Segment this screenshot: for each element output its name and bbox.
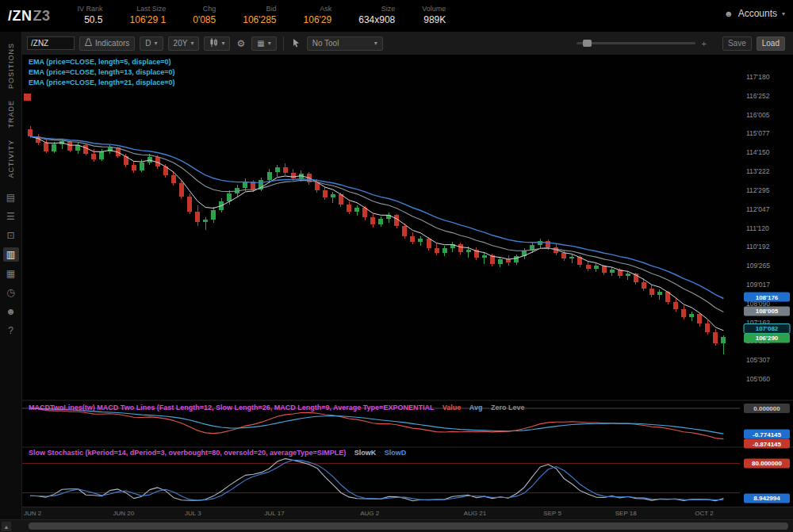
price-axis-label: 114'150: [746, 148, 770, 156]
indicators-button[interactable]: Indicators: [79, 36, 135, 51]
axis-badge: -0.774145: [744, 430, 790, 439]
stoch-d-legend: SlowD: [385, 449, 407, 457]
time-axis-label: AUG 2: [360, 510, 379, 517]
left-sidebar: POSITIONS TRADE ACTIVITY ▤ ☰ ⊡ ▥ ▦ ◷ ☻ ?: [0, 32, 22, 532]
time-axis-label: SEP 5: [543, 510, 561, 517]
range-dropdown[interactable]: 20Y ▾: [168, 36, 200, 51]
price-axis-label: 111'120: [746, 224, 769, 232]
cursor-tool-icon[interactable]: [290, 38, 302, 49]
accounts-menu[interactable]: ☻ Accounts ▾: [724, 8, 785, 19]
price-axis-label: 109'017: [746, 281, 770, 289]
scrollbar-arrow-icon[interactable]: ▲: [2, 522, 11, 531]
time-axis-label: AUG 21: [464, 510, 486, 517]
chevron-down-icon: ▾: [374, 40, 377, 47]
macd-avg-legend: Avg: [469, 404, 483, 411]
ema-13-line: [30, 136, 723, 312]
price-axis-label: 115'077: [746, 129, 770, 137]
news-icon[interactable]: ▤: [3, 190, 19, 205]
axis-badge: 106'290: [744, 333, 790, 343]
watchlist-icon[interactable]: ☰: [3, 209, 19, 224]
study-marker-square: [24, 94, 31, 101]
chart-settings-gear-icon[interactable]: ⚙: [235, 39, 247, 48]
chevron-down-icon: ▾: [782, 10, 785, 17]
layout-grid-dropdown[interactable]: ▦ ▾: [251, 36, 276, 51]
period-dropdown[interactable]: D ▾: [140, 36, 163, 51]
zoom-slider-handle[interactable]: [583, 40, 592, 47]
zoom-in-icon[interactable]: +: [702, 39, 707, 48]
stochastic-study-label: Slow Stochastic (kPeriod=14, dPeriod=3, …: [29, 449, 406, 457]
stat-last-size: Last Size 106'29 1: [130, 5, 167, 26]
stoch-k-legend: SlowK: [354, 449, 377, 457]
symbol-title: /ZNZ3: [8, 8, 51, 25]
time-axis-label: SEP 18: [615, 510, 637, 517]
price-axis-label: 116'005: [746, 111, 770, 119]
stat-iv-rank: IV Rank 50.5: [78, 5, 103, 26]
ema21-study-label: EMA (price=CLOSE, length=21, displace=0): [29, 78, 174, 86]
axis-badge: 108'005: [744, 306, 790, 316]
symbol-contract: Z3: [33, 8, 51, 24]
svg-text:0.000000: 0.000000: [753, 405, 780, 412]
stat-volume: Volume 989K: [422, 5, 446, 26]
sidebar-tab-activity[interactable]: ACTIVITY: [7, 140, 15, 178]
symbol-root: /ZN: [8, 8, 33, 24]
chevron-down-icon: ▾: [190, 40, 193, 47]
sidebar-tab-trade[interactable]: TRADE: [7, 100, 15, 128]
price-axis-label: 112'295: [746, 186, 770, 194]
axis-badge: 108'176: [744, 293, 790, 302]
sidebar-icon-rail: ▤ ☰ ⊡ ▥ ▦ ◷ ☻ ?: [3, 190, 19, 338]
grid-layout-icon: ▦: [257, 39, 264, 48]
price-axis-label: 116'252: [746, 92, 770, 100]
stoch-d-line: [30, 460, 723, 500]
ema5-study-label: EMA (price=CLOSE, length=5, displace=0): [29, 58, 170, 66]
time-axis-label: JUN 2: [24, 510, 41, 517]
svg-text:107'082: 107'082: [756, 325, 779, 332]
stat-chg: Chg 0'085: [193, 5, 216, 26]
chevron-down-icon: ▾: [268, 40, 271, 47]
price-axis-label: 117'180: [746, 73, 770, 81]
price-axis-label: 105'060: [746, 375, 770, 383]
scrollbar-handle[interactable]: [29, 522, 788, 530]
svg-text:8.942994: 8.942994: [753, 495, 780, 502]
toolbar-divider: [283, 36, 284, 51]
price-axis-label: 105'307: [746, 356, 770, 364]
zoom-slider-track[interactable]: [577, 42, 695, 44]
accounts-label: Accounts: [738, 8, 777, 19]
quote-stats: IV Rank 50.5 Last Size 106'29 1 Chg 0'08…: [78, 5, 446, 26]
svg-text:108'176: 108'176: [756, 294, 779, 301]
sidebar-tab-positions[interactable]: POSITIONS: [7, 43, 15, 89]
chart-toolbar: Indicators D ▾ 20Y ▾ ▾ ⚙ ▦ ▾ No Tool ▾: [22, 32, 793, 55]
chart-canvas[interactable]: 117'180116'252116'005115'077114'150113'2…: [22, 55, 793, 507]
macd-value-legend: Value: [442, 404, 462, 411]
chevron-down-icon: ▾: [221, 40, 224, 47]
svg-text:-0.774145: -0.774145: [753, 431, 782, 438]
axis-badge: 8.942994: [744, 493, 790, 503]
history-icon[interactable]: ◷: [3, 285, 19, 300]
drawing-tool-dropdown[interactable]: No Tool ▾: [307, 36, 383, 51]
svg-text:80.000000: 80.000000: [752, 460, 782, 467]
quote-header: /ZNZ3 IV Rank 50.5 Last Size 106'29 1 Ch…: [0, 0, 793, 32]
chevron-down-icon: ▾: [155, 40, 158, 47]
time-axis-label: JUN 20: [113, 510, 135, 517]
macd-study-label: MACDTwoLines(tw) MACD Two Lines (Fast Le…: [29, 404, 525, 411]
svg-text:108'005: 108'005: [756, 308, 779, 315]
price-axis-label: 110'192: [746, 243, 770, 251]
grid-icon[interactable]: ▦: [3, 266, 19, 281]
stat-bid: Bid 106'285: [243, 5, 276, 26]
chart-scrollbar: ▲: [0, 519, 793, 532]
chart-style-dropdown[interactable]: ▾: [204, 36, 230, 51]
axis-badge: 107'082: [744, 323, 790, 333]
save-button[interactable]: Save: [722, 36, 752, 51]
help-icon[interactable]: ?: [3, 323, 19, 338]
load-button[interactable]: Load: [757, 36, 785, 51]
time-axis-label: JUL 3: [185, 510, 201, 517]
time-axis-label: OCT 2: [695, 510, 713, 517]
journal-icon[interactable]: ⊡: [3, 228, 19, 243]
macd-zero-legend: Zero Leve: [491, 404, 525, 411]
chart-icon[interactable]: ▥: [3, 247, 19, 262]
symbol-input[interactable]: [27, 36, 75, 50]
price-axis-label: 112'047: [746, 205, 770, 213]
follow-traders-icon[interactable]: ☻: [3, 304, 19, 319]
user-icon: ☻: [724, 9, 734, 18]
price-axis-label: 109'265: [746, 262, 770, 270]
time-axis-label: JUL 17: [265, 510, 285, 517]
